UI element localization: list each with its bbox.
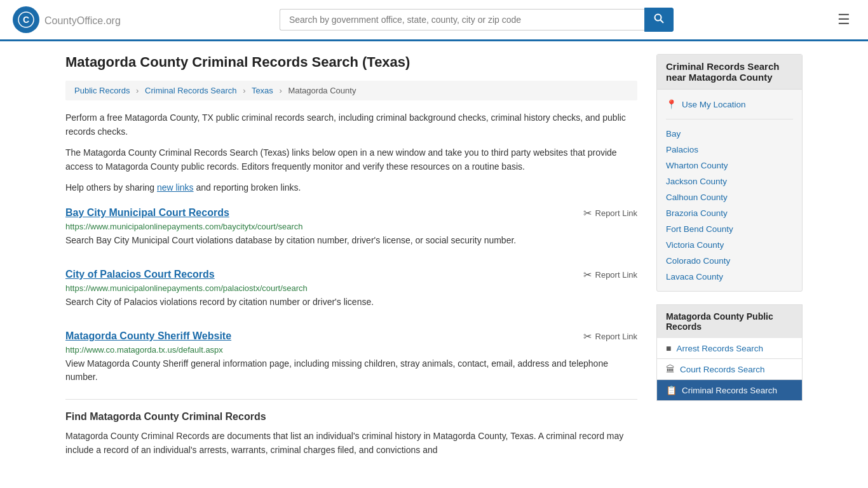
- report-icon-2: ✂: [583, 330, 592, 342]
- public-record-icon-0: ■: [666, 343, 671, 353]
- breadcrumb-criminal-records[interactable]: Criminal Records Search: [145, 86, 237, 95]
- public-records-list: ■ Arrest Records Search 🏛 Court Records …: [656, 338, 803, 401]
- description-3: Help others by sharing new links and rep…: [65, 180, 637, 194]
- nearby-item-8[interactable]: Colorado County: [666, 253, 793, 269]
- report-label-0: Report Link: [595, 208, 637, 218]
- breadcrumb-public-records[interactable]: Public Records: [74, 86, 130, 95]
- report-icon-1: ✂: [583, 269, 592, 281]
- nearby-item-2[interactable]: Wharton County: [666, 158, 793, 173]
- public-record-item-1[interactable]: 🏛 Court Records Search: [656, 359, 803, 380]
- record-url-1[interactable]: https://www.municipalonlinepayments.com/…: [65, 283, 637, 293]
- nearby-item-label-8: Colorado County: [666, 256, 730, 266]
- record-url-0[interactable]: https://www.municipalonlinepayments.com/…: [65, 222, 637, 231]
- svg-text:C: C: [23, 15, 29, 25]
- nearby-divider: [666, 119, 793, 119]
- nearby-item-7[interactable]: Victoria County: [666, 237, 793, 253]
- public-record-item-2[interactable]: 📋 Criminal Records Search: [656, 380, 803, 401]
- record-desc-2: View Matagorda County Sheriff general in…: [65, 357, 637, 384]
- record-item-header: Matagorda County Sheriff Website ✂ Repor…: [65, 330, 637, 342]
- find-section-description: Matagorda County Criminal Records are do…: [65, 429, 637, 458]
- public-record-icon-2: 📋: [666, 385, 677, 395]
- record-title-2[interactable]: Matagorda County Sheriff Website: [65, 330, 231, 342]
- record-desc-0: Search Bay City Municipal Court violatio…: [65, 234, 637, 247]
- location-icon: 📍: [666, 99, 677, 109]
- report-link-2[interactable]: ✂ Report Link: [583, 330, 637, 342]
- report-link-1[interactable]: ✂ Report Link: [583, 269, 637, 281]
- sidebar-public-records-header: Matagorda County Public Records: [656, 304, 803, 338]
- nearby-item-label-4: Calhoun County: [666, 193, 728, 202]
- record-item: Matagorda County Sheriff Website ✂ Repor…: [65, 324, 637, 384]
- search-area: [280, 8, 674, 32]
- sidebar-nearby-header: Criminal Records Search near Matagorda C…: [657, 55, 802, 90]
- record-list: Bay City Municipal Court Records ✂ Repor…: [65, 201, 637, 384]
- sidebar-public-records-box: Matagorda County Public Records ■ Arrest…: [656, 304, 803, 401]
- record-item-header: City of Palacios Court Records ✂ Report …: [65, 269, 637, 281]
- report-icon-0: ✂: [583, 207, 592, 219]
- search-input[interactable]: [280, 9, 644, 30]
- nearby-item-label-7: Victoria County: [666, 240, 724, 250]
- page-title: Matagorda County Criminal Records Search…: [65, 54, 637, 71]
- nearby-item-6[interactable]: Fort Bend County: [666, 221, 793, 237]
- nearby-item-label-0: Bay: [666, 129, 681, 139]
- menu-button[interactable]: ☰: [832, 9, 855, 30]
- nearby-item-5[interactable]: Brazoria County: [666, 205, 793, 221]
- record-title-0[interactable]: Bay City Municipal Court Records: [65, 207, 229, 219]
- sidebar-nearby-content: 📍 Use My Location BayPalaciosWharton Cou…: [657, 90, 802, 291]
- search-button[interactable]: [644, 8, 674, 32]
- record-url-2[interactable]: http://www.co.matagorda.tx.us/default.as…: [65, 345, 637, 355]
- logo-area: C CountyOffice.org: [13, 6, 121, 33]
- record-item: Bay City Municipal Court Records ✂ Repor…: [65, 201, 637, 247]
- content-area: Matagorda County Criminal Records Search…: [65, 54, 637, 464]
- description-1: Perform a free Matagorda County, TX publ…: [65, 111, 637, 139]
- breadcrumb: Public Records › Criminal Records Search…: [65, 81, 637, 100]
- report-link-0[interactable]: ✂ Report Link: [583, 207, 637, 219]
- nearby-item-label-9: Lavaca County: [666, 272, 723, 281]
- breadcrumb-current: Matagorda County: [288, 86, 356, 95]
- record-desc-1: Search City of Palacios violations recor…: [65, 295, 637, 309]
- public-record-item-0[interactable]: ■ Arrest Records Search: [656, 338, 803, 359]
- nearby-item-label-6: Fort Bend County: [666, 224, 733, 234]
- main-container: Matagorda County Criminal Records Search…: [53, 41, 815, 477]
- public-record-icon-1: 🏛: [666, 364, 675, 374]
- record-item-header: Bay City Municipal Court Records ✂ Repor…: [65, 207, 637, 219]
- sidebar-nearby-box: Criminal Records Search near Matagorda C…: [656, 54, 803, 292]
- nearby-item-label-1: Palacios: [666, 145, 698, 154]
- nearby-item-label-3: Jackson County: [666, 177, 727, 186]
- find-section-title: Find Matagorda County Criminal Records: [65, 411, 637, 423]
- public-record-label-0: Arrest Records Search: [676, 344, 763, 353]
- nearby-item-1[interactable]: Palacios: [666, 142, 793, 158]
- logo-text: CountyOffice.org: [44, 13, 121, 27]
- header: C CountyOffice.org ☰: [0, 0, 868, 41]
- breadcrumb-texas[interactable]: Texas: [252, 86, 273, 95]
- svg-line-3: [660, 20, 663, 23]
- nearby-item-label-2: Wharton County: [666, 161, 728, 170]
- nearby-item-3[interactable]: Jackson County: [666, 173, 793, 189]
- record-item: City of Palacios Court Records ✂ Report …: [65, 262, 637, 309]
- sidebar: Criminal Records Search near Matagorda C…: [656, 54, 803, 464]
- new-links-link[interactable]: new links: [157, 182, 194, 193]
- use-location-link[interactable]: 📍 Use My Location: [666, 96, 793, 112]
- find-section: Find Matagorda County Criminal Records M…: [65, 399, 637, 458]
- nearby-item-4[interactable]: Calhoun County: [666, 189, 793, 205]
- description-2: The Matagorda County Criminal Records Se…: [65, 146, 637, 174]
- public-record-label-1: Court Records Search: [680, 365, 765, 374]
- logo-icon: C: [13, 6, 39, 33]
- record-title-1[interactable]: City of Palacios Court Records: [65, 269, 215, 280]
- nearby-item-9[interactable]: Lavaca County: [666, 269, 793, 285]
- nearby-item-label-5: Brazoria County: [666, 208, 728, 218]
- public-record-label-2: Criminal Records Search: [682, 386, 777, 395]
- nearby-item-0[interactable]: Bay: [666, 126, 793, 142]
- report-label-2: Report Link: [595, 332, 637, 341]
- nearby-list: BayPalaciosWharton CountyJackson CountyC…: [666, 126, 793, 285]
- report-label-1: Report Link: [595, 270, 637, 280]
